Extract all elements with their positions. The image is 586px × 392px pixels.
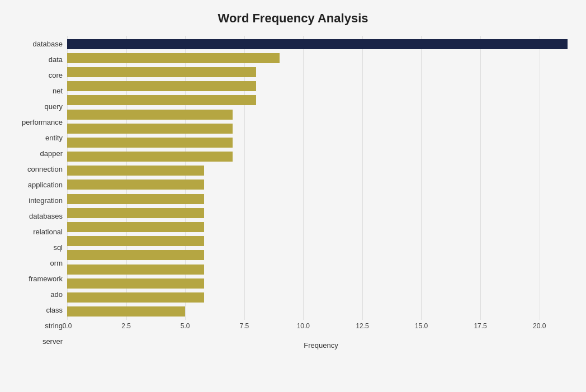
x-axis: 0.02.55.07.510.012.515.017.520.0 [67,322,575,339]
y-label-data: data [49,53,63,65]
bar-row-integration [67,178,575,191]
y-label-application: application [28,178,63,191]
chart-container: Word Frequency Analysis databasedatacore… [0,0,586,392]
x-tick-15.0: 15.0 [415,322,428,330]
bar-server [67,306,185,317]
y-label-performance: performance [22,116,63,128]
bar-row-application [67,164,575,177]
bar-sql [67,222,204,232]
chart-area: databasedatacorenetqueryperformanceentit… [11,36,575,350]
y-axis-labels: databasedatacorenetqueryperformanceentit… [11,36,67,350]
bars-wrapper [67,36,575,320]
bar-row-server [67,305,575,318]
bar-row-ado [67,263,575,276]
bar-row-data [67,52,575,64]
bar-orm [67,236,204,246]
y-label-framework: framework [29,273,63,285]
y-label-database: database [33,37,63,50]
x-tick-20.0: 20.0 [533,322,546,330]
x-tick-10.0: 10.0 [297,322,310,330]
bar-row-sql [67,221,575,233]
bar-row-query [67,94,575,106]
y-label-net: net [53,84,63,97]
y-label-sql: sql [53,242,63,254]
bar-framework [67,250,204,260]
bar-row-relational [67,207,575,219]
bar-application [67,166,204,176]
x-tick-12.5: 12.5 [356,322,368,330]
y-label-server: server [42,336,63,348]
x-axis-label: Frequency [67,341,575,350]
y-label-string: string [45,320,63,332]
x-tick-17.5: 17.5 [474,322,486,330]
bar-row-orm [67,235,575,247]
bar-core [67,67,256,77]
bar-row-database [67,38,575,50]
y-label-orm: orm [50,257,63,270]
bar-row-databases [67,193,575,205]
bar-performance [67,110,233,120]
bar-dapper [67,138,233,148]
chart-title: Word Frequency Analysis [11,11,575,26]
bars-and-grid: 0.02.55.07.510.012.515.017.520.0 Frequen… [67,36,575,350]
bar-row-core [67,66,575,78]
bar-row-entity [67,122,575,135]
y-label-core: core [49,69,63,81]
x-tick-2.5: 2.5 [121,322,131,330]
bar-row-framework [67,249,575,261]
bar-query [67,95,256,105]
bar-relational [67,208,204,218]
bar-databases [67,194,204,204]
bar-row-connection [67,150,575,163]
bar-data [67,53,280,63]
y-label-relational: relational [33,226,63,238]
y-label-connection: connection [27,163,63,175]
y-label-integration: integration [29,194,63,206]
bar-row-performance [67,108,575,121]
y-label-entity: entity [45,131,63,144]
x-tick-7.5: 7.5 [239,322,249,330]
bar-ado [67,265,204,275]
grid-and-bars [67,36,575,320]
bar-row-string [67,291,575,304]
x-axis-area: 0.02.55.07.510.012.515.017.520.0 Frequen… [67,320,575,350]
bar-row-class [67,277,575,290]
y-label-databases: databases [29,210,63,223]
y-label-dapper: dapper [40,147,63,159]
y-label-query: query [44,100,63,112]
bar-row-dapper [67,136,575,149]
bar-connection [67,152,233,162]
x-tick-0.0: 0.0 [63,322,72,330]
bar-database [67,39,568,49]
x-ticks: 0.02.55.07.510.012.515.017.520.0 [67,322,575,339]
bar-net [67,81,256,91]
bar-integration [67,180,204,190]
y-label-ado: ado [50,289,63,301]
y-label-class: class [46,304,63,317]
bar-class [67,278,204,289]
bar-string [67,292,204,303]
bar-row-net [67,80,575,92]
bar-entity [67,124,233,134]
x-tick-5.0: 5.0 [181,322,190,330]
